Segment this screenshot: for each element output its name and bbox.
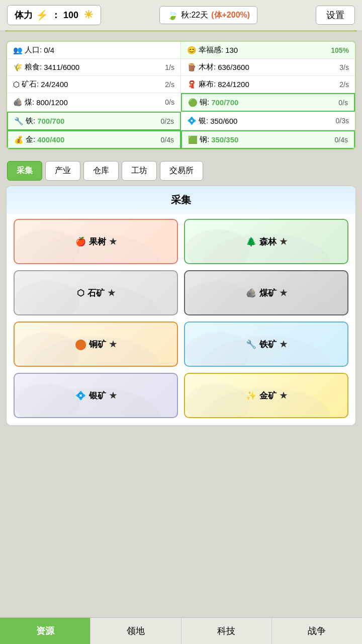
spacer: [0, 32, 362, 36]
silver-mine-card[interactable]: 💠 银矿 ★: [14, 373, 178, 418]
section-title: 采集: [7, 186, 355, 214]
steel-value: 350/350: [211, 135, 238, 144]
copper-mine-icon: ⬤: [75, 338, 86, 350]
iron-value: 700/700: [37, 117, 64, 125]
bottom-nav: 资源 领地 科技 战争: [0, 617, 362, 644]
cards-grid: 🍎 果树 ★ 🌲 森林 ★ ⬡ 石矿 ★ 🪨 煤矿 ★: [7, 219, 355, 418]
stamina-box: 体力 ⚡ ： 100 ☀: [7, 5, 101, 25]
settings-button[interactable]: 设置: [316, 6, 355, 25]
population-icon: 👥: [13, 46, 23, 55]
tab-gather[interactable]: 采集: [7, 161, 42, 181]
stone-rate: 2/s: [165, 80, 174, 89]
tab-workshop[interactable]: 工坊: [122, 161, 157, 181]
lightning-icon: ⚡: [36, 9, 48, 21]
population-cell: 👥 人口: 0/4: [7, 42, 181, 59]
tabs-row: 采集 产业 仓库 工坊 交易所: [0, 155, 362, 184]
stone-cell: ⬡ 矿石: 24/2400 2/s: [7, 76, 181, 93]
stone-value: 24/2400: [41, 80, 68, 89]
gold-mine-icon: ✨: [246, 390, 256, 401]
population-label: 人口:: [25, 45, 42, 55]
silver-mine-text: 银矿: [89, 390, 106, 401]
coal-mine-star: ★: [280, 288, 287, 298]
wood-label: 木材:: [199, 62, 216, 72]
stone-mine-icon: ⬡: [77, 288, 84, 298]
copper-name: 🟢 铜: 700/700: [188, 98, 238, 107]
stone-label: 矿石:: [22, 79, 39, 89]
population-value: 0/4: [44, 46, 54, 54]
steel-rate: 0/4s: [335, 136, 348, 144]
coal-mine-label: 🪨 煤矿 ★: [246, 287, 287, 299]
copper-mine-text: 铜矿: [89, 339, 106, 350]
wood-value: 636/3600: [218, 63, 249, 71]
happiness-cell: 😊 幸福感: 130 105%: [181, 42, 355, 59]
main-area: 采集 🍎 果树 ★ 🌲 森林 ★ ⬡ 石矿 ★ 🪨: [6, 186, 356, 426]
coal-icon: 🪨: [13, 98, 23, 107]
gold-name: 💰 金: 400/400: [14, 135, 64, 144]
iron-rate: 0/2s: [161, 117, 174, 125]
copper-value: 700/700: [211, 98, 238, 107]
nav-tech[interactable]: 科技: [182, 618, 272, 644]
season-bonus: (体+200%): [211, 10, 250, 21]
steel-name: 🟩 钢: 350/350: [188, 135, 238, 144]
wood-cell: 🪵 木材: 636/3600 3/s: [181, 59, 355, 76]
iron-mine-icon: 🔧: [246, 339, 256, 350]
cloth-cell: 🧣 麻布: 824/1200 2/s: [181, 76, 355, 93]
iron-cell: 🔧 铁: 700/700 0/2s: [7, 112, 181, 130]
resources-grid: 👥 人口: 0/4 😊 幸福感: 130 105% 🌾 粮食: 3411/600…: [7, 42, 355, 149]
silver-value: 350/600: [210, 117, 237, 125]
gold-rate: 0/4s: [161, 136, 174, 144]
leaf-icon: 🍃: [167, 10, 178, 21]
forest-star: ★: [280, 236, 287, 247]
cloth-rate: 2/s: [339, 80, 349, 89]
nav-territory[interactable]: 领地: [90, 618, 181, 644]
silver-cell: 💠 银: 350/600 0/3s: [181, 112, 355, 130]
tab-industry[interactable]: 产业: [45, 161, 80, 181]
food-value: 3411/6000: [44, 63, 79, 71]
cloth-icon: 🧣: [187, 80, 197, 89]
coal-label: 煤:: [25, 98, 34, 107]
gold-mine-label: ✨ 金矿 ★: [246, 390, 287, 401]
iron-mine-card[interactable]: 🔧 铁矿 ★: [184, 321, 348, 367]
fruit-icon: 🍎: [75, 236, 86, 247]
silver-icon: 💠: [187, 116, 197, 125]
resources-panel: 👥 人口: 0/4 😊 幸福感: 130 105% 🌾 粮食: 3411/600…: [6, 41, 356, 150]
forest-card[interactable]: 🌲 森林 ★: [184, 219, 348, 264]
forest-text: 森林: [259, 236, 277, 248]
coal-mine-icon: 🪨: [246, 288, 256, 298]
happiness-label: 幸福感:: [199, 45, 223, 55]
iron-label: 铁:: [26, 116, 35, 126]
nav-resources[interactable]: 资源: [0, 618, 90, 644]
coal-mine-text: 煤矿: [259, 287, 277, 299]
iron-icon: 🔧: [14, 117, 24, 126]
copper-label: 铜:: [200, 98, 209, 107]
copper-mine-label: ⬤ 铜矿 ★: [75, 338, 117, 350]
stone-mine-label: ⬡ 石矿 ★: [77, 287, 115, 299]
happiness-value: 130: [225, 46, 238, 54]
fruit-tree-card[interactable]: 🍎 果树 ★: [14, 219, 178, 264]
stamina-colon: ：: [51, 9, 60, 21]
stone-mine-card[interactable]: ⬡ 石矿 ★: [14, 270, 178, 315]
season-text: 秋:22天: [181, 10, 208, 21]
season-box: 🍃 秋:22天 (体+200%): [159, 6, 257, 24]
stone-icon: ⬡: [13, 80, 20, 89]
gold-icon: 💰: [14, 135, 24, 144]
stone-mine-star: ★: [108, 288, 115, 298]
gold-mine-card[interactable]: ✨ 金矿 ★: [184, 373, 348, 418]
gold-cell: 💰 金: 400/400 0/4s: [7, 130, 181, 149]
coal-rate: 0/s: [165, 98, 174, 106]
copper-mine-card[interactable]: ⬤ 铜矿 ★: [14, 321, 178, 367]
fruit-tree-label: 🍎 果树 ★: [75, 236, 117, 248]
coal-mine-card[interactable]: 🪨 煤矿 ★: [184, 270, 348, 315]
tab-warehouse[interactable]: 仓库: [83, 161, 119, 181]
silver-mine-label: 💠 银矿 ★: [75, 390, 117, 401]
gold-label: 金:: [26, 135, 35, 144]
forest-icon: 🌲: [246, 236, 256, 247]
stamina-value: 100: [63, 10, 78, 21]
fruit-text: 果树: [89, 236, 106, 248]
food-label: 粮食:: [25, 62, 42, 72]
silver-mine-icon: 💠: [75, 390, 86, 401]
nav-war[interactable]: 战争: [272, 618, 362, 644]
top-bar: 体力 ⚡ ： 100 ☀ 🍃 秋:22天 (体+200%) 设置: [0, 0, 362, 30]
tab-exchange[interactable]: 交易所: [160, 161, 203, 181]
wood-icon: 🪵: [187, 63, 197, 72]
